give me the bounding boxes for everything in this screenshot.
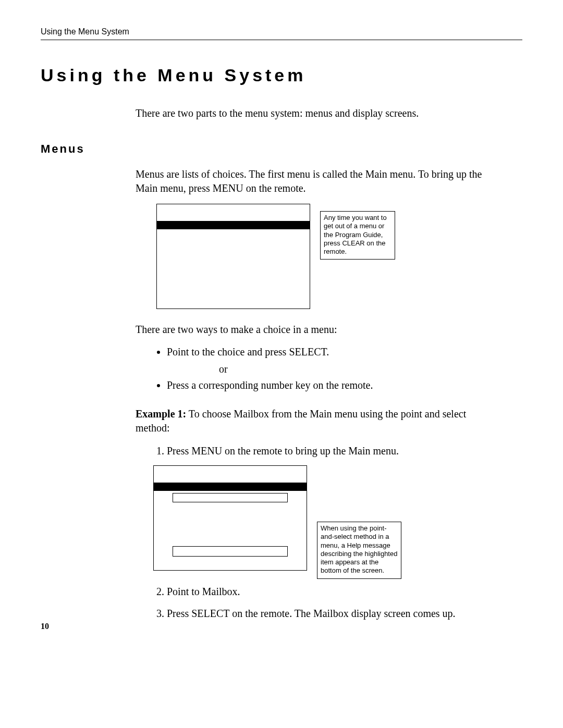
step-3: Press SELECT on the remote. The Mailbox … [167,606,491,621]
choice-point-select: Point to the choice and press SELECT. [167,345,491,359]
menu-selection-outline [173,493,288,502]
two-ways-line: There are two ways to make a choice in a… [136,323,491,337]
menu-highlight-bar [157,221,310,229]
menu-title-bar: MAIN MENU [157,204,310,221]
page-number: 10 [41,622,49,631]
choice-or-separator: or [219,362,491,376]
example-1-label: Example 1: [136,408,186,419]
figure-main-menu-step1: MAIN MENU Mailbox Options Dish Pointing … [153,465,491,575]
step-1: Press MENU on the remote to bring up the… [167,443,491,575]
menu-items-ghost-step1: Mailbox Options Dish Pointing Alternate … [154,505,307,548]
running-head: Using the Menu System [41,27,522,40]
menu-title-bar-step1: MAIN MENU [154,466,307,483]
callout-clear-remote: Any time you want to get out of a menu o… [320,211,395,260]
example-1: Example 1: To choose Mailbox from the Ma… [136,407,491,435]
menu-items-ghost: Program Guide Mailbox Options Dish Point… [157,229,310,298]
figure-main-menu: MAIN MENU Program Guide Mailbox Options … [156,204,491,313]
menu-highlight-bar-step1 [154,483,307,491]
menus-description: Menus are lists of choices. The first me… [136,167,491,195]
main-menu-box-step1: MAIN MENU Mailbox Options Dish Pointing … [153,465,307,571]
main-menu-box: MAIN MENU Program Guide Mailbox Options … [156,204,310,309]
step-2: Point to Mailbox. [167,584,491,599]
step-1-text: Press MENU on the remote to bring up the… [167,445,399,456]
callout-help-message: When using the point-and-select method i… [317,522,401,579]
section-heading-menus: Menus [41,142,522,156]
page-root: Using the Menu System Using the Menu Sys… [0,0,563,649]
choice-number-key: Press a corresponding number key on the … [167,378,491,392]
choices-list: Point to the choice and press SELECT. [136,345,491,359]
intro-paragraph: There are two parts to the menu system: … [136,106,491,120]
example-1-steps: Press MENU on the remote to bring up the… [136,443,491,621]
page-title: Using the Menu System [41,65,522,85]
choices-list-2: Press a corresponding number key on the … [136,378,491,392]
menu-help-slot [173,546,288,557]
